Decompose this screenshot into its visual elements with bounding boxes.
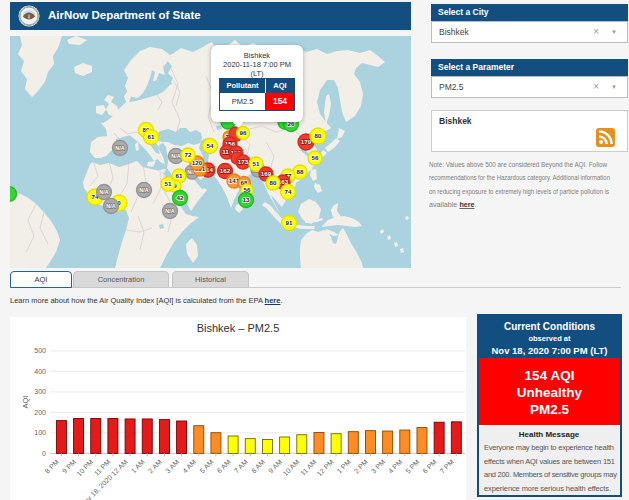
svg-text:6 PM: 6 PM — [421, 458, 438, 475]
svg-text:Note: Values above 500 are con: Note: Values above 500 are considered Be… — [429, 160, 608, 169]
svg-text:3 AM: 3 AM — [164, 458, 180, 474]
svg-text:8 AM: 8 AM — [250, 458, 266, 474]
svg-text:11 AM: 11 AM — [299, 458, 318, 477]
svg-text:100: 100 — [34, 429, 46, 436]
svg-text:80: 80 — [315, 132, 322, 139]
svg-text:on reducing exposure to extrem: on reducing exposure to extremely high l… — [429, 187, 609, 196]
svg-text:8 PM: 8 PM — [44, 458, 61, 475]
svg-text:2 AM: 2 AM — [147, 458, 163, 474]
svg-text:experience more serious health: experience more serious health effects. — [484, 484, 611, 493]
svg-text:0: 0 — [42, 450, 46, 457]
svg-text:Everyone may begin to experien: Everyone may begin to experience health — [484, 443, 614, 452]
svg-text:162: 162 — [220, 167, 231, 174]
svg-text:200: 200 — [34, 409, 46, 416]
svg-text:1 AM: 1 AM — [130, 458, 146, 474]
svg-text:N/A: N/A — [99, 189, 108, 195]
svg-text:N/A: N/A — [171, 153, 180, 159]
svg-text:7 PM: 7 PM — [439, 458, 456, 475]
svg-text:88: 88 — [297, 168, 304, 175]
svg-text:10 PM: 10 PM — [75, 458, 94, 477]
svg-text:61: 61 — [176, 172, 183, 179]
svg-text:N/A: N/A — [106, 203, 115, 209]
svg-text:300: 300 — [34, 388, 46, 395]
svg-text:recommendations for the Hazard: recommendations for the Hazardous catego… — [429, 173, 610, 182]
svg-text:N/A: N/A — [165, 208, 174, 214]
svg-text:available here.: available here. — [429, 200, 477, 209]
svg-text:6 AM: 6 AM — [216, 458, 232, 474]
svg-text:56: 56 — [312, 154, 319, 161]
svg-text:10 AM: 10 AM — [281, 458, 300, 477]
svg-text:91: 91 — [286, 219, 293, 226]
svg-text:4 PM: 4 PM — [387, 458, 404, 475]
svg-text:1 PM: 1 PM — [335, 458, 352, 475]
svg-text:51: 51 — [165, 180, 172, 187]
svg-text:5 AM: 5 AM — [198, 458, 214, 474]
svg-text:61: 61 — [148, 133, 155, 140]
svg-text:N/A: N/A — [115, 145, 124, 151]
svg-text:effects when AQI values are be: effects when AQI values are between 151 — [484, 457, 615, 466]
svg-text:54: 54 — [207, 142, 214, 149]
svg-text:2 PM: 2 PM — [353, 458, 370, 475]
svg-text:12 PM: 12 PM — [316, 458, 335, 477]
svg-text:13: 13 — [243, 196, 250, 203]
svg-text:400: 400 — [34, 368, 46, 375]
svg-text:173: 173 — [238, 158, 249, 165]
svg-text:N/A: N/A — [139, 187, 148, 193]
svg-text:3 PM: 3 PM — [370, 458, 387, 475]
svg-text:Health Message: Health Message — [519, 430, 580, 439]
svg-text:4 AM: 4 AM — [181, 458, 197, 474]
svg-text:5 PM: 5 PM — [404, 458, 421, 475]
svg-text:500: 500 — [34, 347, 46, 354]
svg-text:80: 80 — [270, 179, 277, 186]
svg-text:74: 74 — [285, 188, 292, 195]
svg-text:96: 96 — [240, 129, 247, 136]
svg-text:51: 51 — [253, 160, 260, 167]
svg-text:42: 42 — [177, 194, 184, 201]
svg-text:AQI: AQI — [21, 396, 30, 409]
svg-text:72: 72 — [185, 151, 192, 158]
svg-text:7 AM: 7 AM — [233, 458, 249, 474]
svg-text:and 200. Members of sensitive: and 200. Members of sensitive groups may — [484, 470, 617, 479]
